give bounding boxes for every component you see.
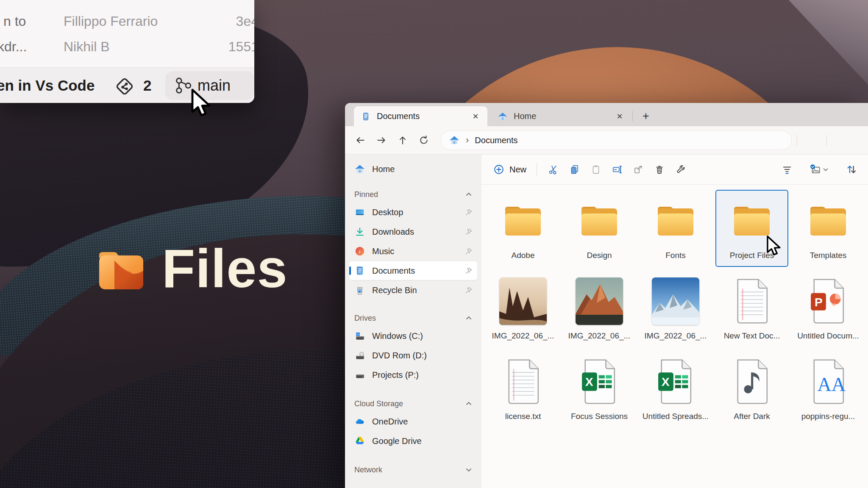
open-in-vscode-button[interactable]: en in Vs Code bbox=[0, 77, 95, 94]
plus-circle-icon bbox=[493, 164, 504, 175]
sidebar-item-projects-p[interactable]: Projects (P:) bbox=[349, 366, 477, 384]
sidebar-item-documents[interactable]: Documents bbox=[349, 261, 477, 280]
share-button[interactable] bbox=[629, 160, 648, 179]
file-tile-license-txt[interactable]: license.txt bbox=[487, 352, 559, 427]
onedrive-icon bbox=[354, 416, 365, 427]
image-tile[interactable]: IMG_2022_06_... bbox=[487, 271, 559, 347]
address-bar: › Documents bbox=[345, 126, 868, 155]
sidebar-section-drives[interactable]: Drives bbox=[349, 310, 477, 327]
documents-icon bbox=[354, 265, 365, 276]
pin-icon[interactable] bbox=[465, 227, 473, 236]
arrow-left-icon bbox=[355, 135, 366, 146]
pin-icon[interactable] bbox=[465, 247, 473, 255]
sidebar-item-label: Recycle Bin bbox=[372, 286, 465, 295]
file-tile-powerpoint[interactable]: P Untitled Docum... bbox=[793, 271, 864, 347]
music-icon: ♪ bbox=[354, 246, 365, 257]
paste-icon bbox=[590, 164, 601, 175]
refresh-button[interactable] bbox=[415, 131, 433, 150]
file-tile-excel[interactable]: X Untitled Spreads... bbox=[640, 352, 711, 427]
arrow-right-icon bbox=[376, 135, 387, 146]
up-button[interactable] bbox=[393, 131, 412, 150]
text-document-icon bbox=[733, 278, 771, 324]
pin-icon[interactable] bbox=[465, 266, 473, 275]
folder-tile-design[interactable]: Design bbox=[564, 191, 635, 266]
sidebar-item-windows-c[interactable]: Windows (C:) bbox=[349, 327, 477, 345]
overlay-row-author: Nikhil B bbox=[64, 39, 109, 55]
sidebar-item-home[interactable]: Home bbox=[349, 160, 477, 178]
file-tile-font[interactable]: AA poppins-regu... bbox=[793, 352, 864, 427]
sidebar-item-recycle-bin[interactable]: Recycle Bin bbox=[349, 281, 477, 299]
sidebar-item-desktop[interactable]: Desktop bbox=[349, 203, 477, 222]
folder-tile-fonts[interactable]: Fonts bbox=[640, 191, 711, 266]
sort-icon bbox=[846, 164, 857, 175]
cut-button[interactable] bbox=[544, 160, 563, 179]
file-tile-excel[interactable]: X Focus Sessions bbox=[564, 352, 635, 427]
sidebar-item-music[interactable]: ♪ Music bbox=[349, 242, 477, 261]
windows-drive-icon bbox=[354, 330, 365, 341]
downloads-icon bbox=[354, 226, 365, 237]
sidebar-item-onedrive[interactable]: OneDrive bbox=[349, 412, 477, 431]
view-options-button[interactable] bbox=[804, 160, 834, 179]
branch-selector-button[interactable]: main bbox=[165, 71, 254, 100]
paste-button[interactable] bbox=[586, 160, 606, 179]
file-name: IMG_2022_06_... bbox=[492, 331, 554, 341]
tab-home[interactable]: Home ✕ bbox=[487, 106, 632, 126]
pin-icon[interactable] bbox=[465, 208, 473, 216]
filter-icon bbox=[782, 164, 793, 175]
image-tile[interactable]: IMG_2022_06_... bbox=[640, 271, 711, 347]
sidebar-section-network[interactable]: Network bbox=[349, 461, 477, 478]
folder-icon bbox=[807, 203, 849, 238]
git-icon bbox=[114, 75, 136, 97]
chevron-up-icon[interactable] bbox=[465, 314, 473, 322]
new-tab-button[interactable]: + bbox=[637, 108, 654, 124]
refresh-icon bbox=[418, 135, 429, 146]
new-button[interactable]: New bbox=[489, 161, 531, 178]
tab-documents[interactable]: Documents ✕ bbox=[354, 106, 487, 126]
delete-button[interactable] bbox=[650, 160, 669, 179]
chevron-up-icon[interactable] bbox=[465, 190, 473, 199]
copy-button[interactable] bbox=[565, 160, 584, 179]
back-button[interactable] bbox=[351, 131, 370, 150]
folder-tile-templates[interactable]: Templates bbox=[793, 191, 864, 266]
folder-icon bbox=[654, 203, 697, 238]
branch-name-label: main bbox=[198, 77, 231, 94]
filter-button[interactable] bbox=[777, 160, 797, 179]
sidebar-section-cloud-storage[interactable]: Cloud Storage bbox=[349, 395, 477, 412]
breadcrumb[interactable]: › Documents bbox=[441, 130, 792, 150]
files-brand-name: Files bbox=[162, 241, 288, 296]
chevron-up-icon[interactable] bbox=[465, 399, 473, 408]
section-title: Cloud Storage bbox=[354, 399, 465, 408]
sidebar-item-label: Projects (P:) bbox=[372, 370, 473, 380]
file-name: New Text Doc... bbox=[724, 331, 780, 341]
chevron-down-icon bbox=[822, 166, 829, 173]
new-button-label: New bbox=[509, 165, 526, 175]
close-tab-icon[interactable]: ✕ bbox=[614, 112, 626, 121]
forward-button[interactable] bbox=[372, 131, 391, 150]
file-tile-audio[interactable]: After Dark bbox=[716, 352, 787, 427]
font-file-icon: AA bbox=[810, 358, 847, 405]
pin-icon[interactable] bbox=[465, 286, 473, 294]
image-tile[interactable]: IMG_2022_06_... bbox=[564, 271, 635, 347]
chevron-down-icon[interactable] bbox=[465, 466, 473, 474]
sidebar-section-pinned[interactable]: Pinned bbox=[349, 186, 477, 203]
close-tab-icon[interactable]: ✕ bbox=[470, 112, 481, 121]
grid-row: Adobe Design bbox=[487, 191, 868, 266]
font-sample-letters: AA bbox=[817, 374, 846, 395]
wrench-icon bbox=[675, 164, 686, 175]
file-tile-text-document[interactable]: New Text Doc... bbox=[716, 271, 787, 347]
folder-tile-project-files[interactable]: Project Files bbox=[716, 191, 787, 266]
sort-button[interactable] bbox=[842, 160, 861, 179]
sidebar-item-google-drive[interactable]: Google Drive bbox=[349, 432, 477, 450]
powerpoint-icon: P bbox=[810, 278, 847, 324]
overlay-footer: en in Vs Code 2 main bbox=[0, 67, 254, 103]
excel-letter: X bbox=[662, 375, 670, 388]
sidebar-item-dvd-d[interactable]: DVD Rom (D:) bbox=[349, 346, 477, 365]
file-list-area: New bbox=[481, 155, 868, 488]
rename-button[interactable] bbox=[607, 160, 627, 179]
photo-thumbnail-desert-rocks bbox=[499, 277, 547, 325]
home-icon bbox=[449, 135, 460, 146]
properties-button[interactable] bbox=[671, 160, 690, 179]
sidebar-item-downloads[interactable]: Downloads bbox=[349, 222, 477, 241]
breadcrumb-location[interactable]: Documents bbox=[475, 136, 517, 145]
folder-tile-adobe[interactable]: Adobe bbox=[487, 191, 559, 266]
